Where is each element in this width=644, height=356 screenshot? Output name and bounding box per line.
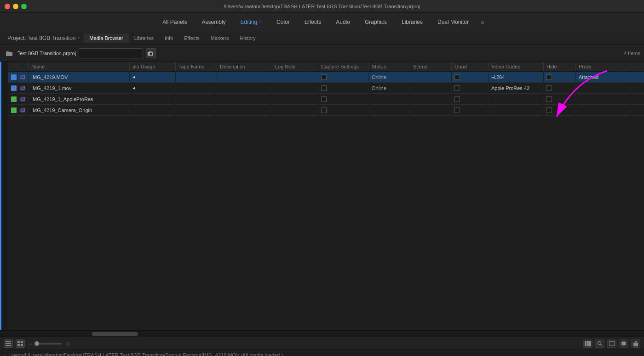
- col-header-codec[interactable]: Video Codec: [489, 62, 544, 71]
- expand-panel-icon[interactable]: [607, 339, 616, 348]
- row2-diousage: ◂: [130, 83, 176, 93]
- menu-item-libraries[interactable]: Libraries: [394, 16, 430, 28]
- tab-markers[interactable]: Markers: [205, 34, 235, 43]
- row1-good-checkbox[interactable]: [454, 74, 460, 80]
- maximize-button[interactable]: [21, 4, 27, 9]
- menu-item-dual-monitor[interactable]: Dual Monitor: [430, 16, 476, 28]
- row1-icon: [17, 72, 29, 82]
- search-bottom-icon[interactable]: [595, 339, 604, 348]
- table-row[interactable]: IMG_4219_1.mov ◂ Online Apple ProRes 42: [8, 83, 644, 94]
- row4-color: [8, 105, 17, 115]
- row3-status: [369, 94, 410, 104]
- tab-effects[interactable]: Effects: [178, 34, 205, 43]
- svg-rect-16: [6, 345, 11, 346]
- row2-hide-checkbox[interactable]: [546, 85, 552, 91]
- row3-scene: [410, 94, 452, 104]
- tab-info[interactable]: Info: [159, 34, 178, 43]
- svg-point-3: [24, 75, 25, 76]
- row4-hide-checkbox[interactable]: [546, 107, 552, 113]
- panel-menu-icon[interactable]: ≡: [78, 35, 80, 40]
- row2-tape: [176, 83, 217, 93]
- diamond-icon: ◇: [65, 340, 71, 347]
- col-header-lognote[interactable]: Log Note: [272, 62, 318, 71]
- svg-rect-28: [621, 342, 626, 345]
- row3-capture-checkbox[interactable]: [321, 96, 327, 102]
- row1-hide-checkbox[interactable]: [546, 74, 552, 80]
- row4-desc: [217, 105, 272, 115]
- project-tab[interactable]: Project: Test 8GB Transition ≡: [4, 33, 84, 43]
- svg-rect-22: [586, 341, 588, 346]
- row2-codec: Apple ProRes 42: [489, 83, 544, 93]
- row2-proxy: [576, 83, 631, 93]
- row4-good-checkbox[interactable]: [454, 107, 460, 113]
- svg-point-9: [24, 97, 25, 98]
- col-header-name[interactable]: Name: [29, 62, 130, 71]
- row3-desc: [217, 94, 272, 104]
- row2-capture-checkbox[interactable]: [321, 85, 327, 91]
- menu-item-effects[interactable]: Effects: [297, 16, 328, 28]
- window-title: /Users/wheaton/Desktop/TRASH LATER Test …: [224, 4, 420, 9]
- svg-rect-15: [6, 343, 11, 344]
- row4-capture: [318, 105, 369, 115]
- table-row[interactable]: IMG_4219_Camera_Origin: [8, 105, 644, 116]
- svg-rect-8: [21, 98, 24, 100]
- left-panel-indicator: [0, 62, 8, 330]
- menu-item-audio[interactable]: Audio: [328, 16, 357, 28]
- row2-desc: [217, 83, 272, 93]
- editing-separator-icon: ≡: [259, 19, 262, 24]
- close-button[interactable]: [5, 4, 10, 9]
- col-header-description[interactable]: Description: [217, 62, 272, 71]
- panel-tabs: Project: Test 8GB Transition ≡ Media Bro…: [0, 31, 644, 45]
- tab-media-browser[interactable]: Media Browser: [84, 34, 128, 43]
- col-header-hide[interactable]: Hide: [544, 62, 576, 71]
- col-header-proxy[interactable]: Proxy: [576, 62, 631, 71]
- row3-good-checkbox[interactable]: [454, 96, 460, 102]
- camera-icon-button[interactable]: [146, 48, 156, 58]
- row2-capture: [318, 83, 369, 93]
- col-header-status[interactable]: Status: [369, 62, 410, 71]
- menu-item-color[interactable]: Color: [269, 16, 297, 28]
- zoom-slider[interactable]: [34, 343, 62, 345]
- tab-libraries[interactable]: Libraries: [129, 34, 159, 43]
- col-header-good[interactable]: Good: [452, 62, 489, 71]
- svg-rect-27: [609, 341, 615, 346]
- row4-tape: [176, 105, 217, 115]
- horizontal-scrollbar[interactable]: [0, 330, 644, 337]
- row1-hide: [544, 72, 576, 82]
- row3-good: [452, 94, 489, 104]
- row4-capture-checkbox[interactable]: [321, 107, 327, 113]
- grid-view-button[interactable]: [16, 339, 25, 348]
- row3-color: [8, 94, 17, 104]
- row1-tape: [176, 72, 217, 82]
- search-input[interactable]: [79, 48, 143, 58]
- row1-capture-checkbox[interactable]: [321, 74, 327, 80]
- table-row[interactable]: IMG_4219.MOV ◂ Online H.264: [8, 72, 644, 83]
- col-header-diousage[interactable]: dio Usage: [130, 62, 176, 71]
- menu-item-editing[interactable]: Editing ≡: [233, 16, 270, 28]
- row4-lognote: [272, 105, 318, 115]
- table-row[interactable]: IMG_4219_1_AppleProRes: [8, 94, 644, 105]
- menu-item-graphics[interactable]: Graphics: [357, 16, 394, 28]
- trash-icon[interactable]: [631, 339, 640, 348]
- col-header-scene[interactable]: Scene: [410, 62, 452, 71]
- color-indicator: [11, 85, 17, 91]
- row3-hide-checkbox[interactable]: [546, 96, 552, 102]
- clip-icon[interactable]: [619, 339, 628, 348]
- grid-cols-icon[interactable]: [583, 339, 592, 348]
- minimize-button[interactable]: [13, 4, 18, 9]
- menu-overflow-button[interactable]: »: [476, 16, 489, 28]
- folder-icon: [4, 49, 15, 57]
- color-indicator: [11, 74, 17, 80]
- scroll-thumb[interactable]: [92, 332, 138, 336]
- row2-good-checkbox[interactable]: [454, 85, 460, 91]
- row2-status: Online: [369, 83, 410, 93]
- col-header-icon: [17, 62, 29, 71]
- tab-history[interactable]: History: [234, 34, 261, 43]
- menu-item-all-panels[interactable]: All Panels: [155, 16, 194, 28]
- row4-good: [452, 105, 489, 115]
- col-header-tape[interactable]: Tape Name: [176, 62, 217, 71]
- row3-name: IMG_4219_1_AppleProRes: [29, 94, 130, 104]
- menu-item-assembly[interactable]: Assembly: [195, 16, 233, 28]
- col-header-capture[interactable]: Capture Settings: [318, 62, 369, 71]
- list-view-button[interactable]: [4, 339, 13, 348]
